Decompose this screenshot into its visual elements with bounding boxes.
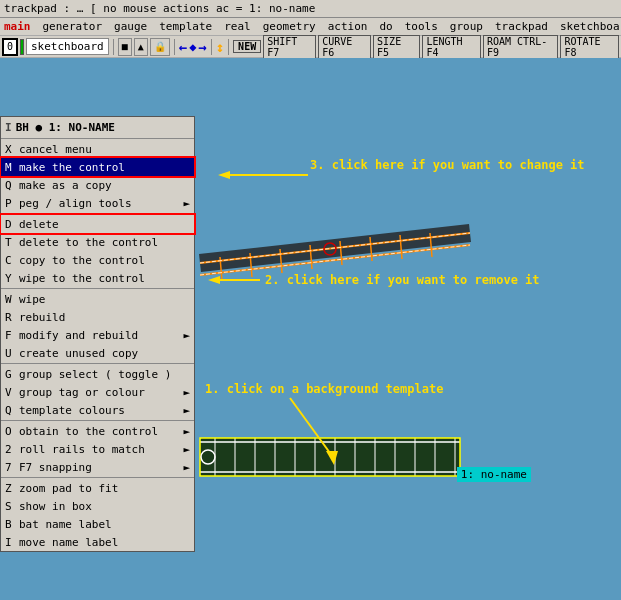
title-bar: trackpad : … [ no mouse actions ac = 1: …	[0, 0, 621, 18]
menu-do[interactable]: do	[377, 20, 394, 33]
tb-sep1	[113, 39, 114, 55]
cm-label-make-copy: make as a copy	[19, 179, 190, 192]
tb-new-btn[interactable]: NEW	[233, 40, 261, 53]
cm-create-copy[interactable]: U create unused copy	[1, 344, 194, 362]
cm-arrow-obtain: ►	[183, 425, 190, 438]
cm-header: I BH ● 1: NO-NAME	[1, 117, 194, 137]
tb-yellow-arrows[interactable]: ↕	[216, 39, 224, 55]
cm-key-m: M	[5, 161, 19, 174]
cm-peg-align[interactable]: P peg / align tools ►	[1, 194, 194, 212]
cm-arrow-template: ►	[183, 404, 190, 417]
menu-template[interactable]: template	[157, 20, 214, 33]
cm-key-w: W	[5, 293, 19, 306]
cm-arrow-snapping: ►	[183, 461, 190, 474]
cm-key-s: S	[5, 500, 19, 513]
cm-header-text: BH ● 1: NO-NAME	[16, 121, 115, 134]
cm-key-p: P	[5, 197, 19, 210]
cm-key-x: X	[5, 143, 19, 156]
tb-roam[interactable]: ROAM CTRL-F9	[483, 35, 558, 59]
cm-arrow-group: ►	[183, 386, 190, 399]
cm-move-name[interactable]: I move name label	[1, 533, 194, 551]
cm-wipe-control[interactable]: Y wipe to the control	[1, 269, 194, 287]
cm-key-2: 2	[5, 443, 19, 456]
cm-group-select[interactable]: G group select ( toggle )	[1, 365, 194, 383]
cm-label-rebuild: rebuild	[19, 311, 190, 324]
cm-delete[interactable]: D delete	[1, 215, 194, 233]
cm-sep3	[1, 363, 194, 364]
cm-sep2	[1, 288, 194, 289]
annotation-step3: 3. click here if you want to change it	[310, 158, 585, 174]
cm-label-cancel: cancel menu	[19, 143, 190, 156]
cm-make-control[interactable]: M make the control	[1, 158, 194, 176]
cm-copy-control[interactable]: C copy to the control	[1, 251, 194, 269]
cm-wipe[interactable]: W wipe	[1, 290, 194, 308]
tb-mode-0[interactable]: 0	[2, 38, 18, 56]
cm-key-r: R	[5, 311, 19, 324]
cm-bat-name[interactable]: B bat name label	[1, 515, 194, 533]
cm-group-tag[interactable]: V group tag or colour ►	[1, 383, 194, 401]
menu-main[interactable]: main	[2, 20, 33, 33]
cm-template-colours[interactable]: Q template colours ►	[1, 401, 194, 419]
cm-label-group-tag: group tag or colour	[19, 386, 183, 399]
cm-label-peg: peg / align tools	[19, 197, 183, 210]
cm-label-move-name: move name label	[19, 536, 190, 549]
toolbar: 0 sketchboard ■ ▲ 🔒 ← ◆ → ↕ NEW SHIFT F7…	[0, 36, 621, 58]
cm-obtain-control[interactable]: O obtain to the control ►	[1, 422, 194, 440]
cm-key-t: T	[5, 236, 19, 249]
cm-label-delete-control: delete to the control	[19, 236, 190, 249]
cm-sep4	[1, 420, 194, 421]
menu-group[interactable]: group	[448, 20, 485, 33]
cm-delete-control[interactable]: T delete to the control	[1, 233, 194, 251]
tb-up-btn[interactable]: ▲	[134, 38, 148, 56]
cm-modify-rebuild[interactable]: F modify and rebuild ►	[1, 326, 194, 344]
menu-trackpad[interactable]: trackpad	[493, 20, 550, 33]
cm-key-g: G	[5, 368, 19, 381]
menu-action[interactable]: action	[326, 20, 370, 33]
cm-label-modify: modify and rebuild	[19, 329, 183, 342]
cm-key-q: Q	[5, 179, 19, 192]
menu-generator[interactable]: generator	[41, 20, 105, 33]
cm-key-d: D	[5, 218, 19, 231]
tb-length-f4[interactable]: LENGTH F4	[422, 35, 481, 59]
cm-sep0	[1, 138, 194, 139]
cm-sep1	[1, 213, 194, 214]
tb-sketchboard[interactable]: sketchboard	[26, 38, 109, 55]
cm-arrow-modify: ►	[183, 329, 190, 342]
tb-rotate-f8[interactable]: ROTATE F8	[560, 35, 619, 59]
cm-label-make-control: make the control	[19, 161, 190, 174]
cm-label-delete: delete	[19, 218, 190, 231]
cm-rebuild[interactable]: R rebuild	[1, 308, 194, 326]
cm-label-wipe: wipe	[19, 293, 190, 306]
tb-select-btn[interactable]: ■	[118, 38, 132, 56]
cm-label-zoom: zoom pad to fit	[19, 482, 190, 495]
cm-cancel-menu[interactable]: X cancel menu	[1, 140, 194, 158]
tb-color-swatch[interactable]	[20, 39, 24, 55]
menu-real[interactable]: real	[222, 20, 253, 33]
cm-key-u: U	[5, 347, 19, 360]
tb-diamond[interactable]: ◆	[189, 40, 196, 54]
cm-f7-snapping[interactable]: 7 F7 snapping ►	[1, 458, 194, 476]
cm-label-bat-name: bat name label	[19, 518, 190, 531]
cm-label-snapping: F7 snapping	[19, 461, 183, 474]
cm-key-v: V	[5, 386, 19, 399]
title-text: trackpad : … [ no mouse actions ac = 1: …	[4, 2, 315, 15]
cm-key-7: 7	[5, 461, 19, 474]
tb-curve-f6[interactable]: CURVE F6	[318, 35, 371, 59]
tb-arrow-left[interactable]: ←	[179, 39, 187, 55]
menu-tools[interactable]: tools	[403, 20, 440, 33]
cm-zoom-pad[interactable]: Z zoom pad to fit	[1, 479, 194, 497]
cm-roll-rails[interactable]: 2 roll rails to match ►	[1, 440, 194, 458]
tb-sep4	[228, 39, 229, 55]
tb-sep3	[211, 39, 212, 55]
cm-key-y: Y	[5, 272, 19, 285]
cm-show-box[interactable]: S show in box	[1, 497, 194, 515]
menu-gauge[interactable]: gauge	[112, 20, 149, 33]
tb-size-f5[interactable]: SIZE F5	[373, 35, 420, 59]
cm-make-copy[interactable]: Q make as a copy	[1, 176, 194, 194]
tb-lock-btn[interactable]: 🔒	[150, 38, 170, 56]
tb-arrow-right[interactable]: →	[198, 39, 206, 55]
cm-key-z: Z	[5, 482, 19, 495]
tb-shift-f7[interactable]: SHIFT F7	[263, 35, 316, 59]
menu-geometry[interactable]: geometry	[261, 20, 318, 33]
menu-sketchboard[interactable]: sketchboard	[558, 20, 621, 33]
